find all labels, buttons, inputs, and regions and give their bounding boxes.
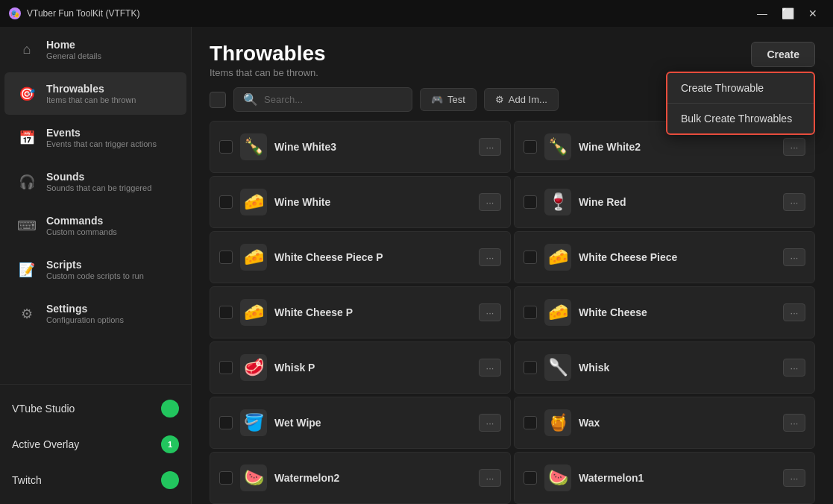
item-checkbox-watermelon1-r[interactable] bbox=[524, 471, 537, 485]
item-checkbox-wine-white-l[interactable] bbox=[219, 195, 233, 209]
item-checkbox-wine-red-r[interactable] bbox=[524, 195, 537, 209]
sidebar-icon-sounds: 🎧 bbox=[16, 171, 37, 192]
item-checkbox-wine-white2-r[interactable] bbox=[524, 140, 537, 154]
sidebar-icon-home: ⌂ bbox=[16, 40, 37, 60]
item-row-wine-white-l[interactable]: 🧀 Wine White ··· bbox=[210, 176, 511, 228]
sidebar-subtitle-events: Events that can trigger actions bbox=[46, 139, 157, 148]
item-row-white-cheese-p-l[interactable]: 🧀 White Cheese P ··· bbox=[210, 286, 511, 338]
sidebar-subtitle-sounds: Sounds that can be triggered bbox=[46, 183, 151, 192]
item-row-wet-wipe-l[interactable]: 🪣 Wet Wipe ··· bbox=[210, 397, 511, 449]
sidebar-title-sounds: Sounds bbox=[46, 171, 151, 183]
window-controls[interactable]: — ⬜ ✕ bbox=[751, 5, 824, 22]
test-label: Test bbox=[447, 94, 465, 105]
sidebar: ⌂ Home General details 🎯 Throwables Item… bbox=[0, 27, 192, 504]
create-button[interactable]: Create bbox=[751, 42, 815, 67]
sidebar-item-vtube-studio[interactable]: VTube Studio bbox=[0, 391, 191, 426]
item-name-wax-r: Wax bbox=[579, 417, 776, 429]
bulk-create-option[interactable]: Bulk Create Throwables bbox=[667, 103, 814, 133]
titlebar: 🎭 VTuber Fun ToolKit (VTFTK) — ⬜ ✕ bbox=[0, 0, 833, 27]
sidebar-title-commands: Commands bbox=[46, 215, 117, 227]
sidebar-title-throwables: Throwables bbox=[46, 83, 136, 95]
item-more-whisk-r[interactable]: ··· bbox=[783, 359, 805, 377]
close-button[interactable]: ✕ bbox=[802, 5, 824, 22]
app-title: VTuber Fun ToolKit (VTFTK) bbox=[27, 8, 751, 19]
sidebar-item-home[interactable]: ⌂ Home General details bbox=[4, 28, 186, 71]
sidebar-item-events[interactable]: 📅 Events Events that can trigger actions bbox=[4, 116, 186, 159]
item-row-white-cheese-piece-p-l[interactable]: 🧀 White Cheese Piece P ··· bbox=[210, 231, 511, 283]
item-name-whisk-r: Whisk bbox=[579, 362, 776, 374]
item-row-wine-white3-l[interactable]: 🍾 Wine White3 ··· bbox=[210, 121, 511, 173]
sidebar-text-home: Home General details bbox=[46, 39, 101, 60]
minimize-button[interactable]: — bbox=[751, 5, 773, 22]
item-icon-wine-white-l: 🧀 bbox=[240, 189, 267, 215]
sidebar-title-scripts: Scripts bbox=[46, 259, 144, 271]
vtube-studio-label: VTube Studio bbox=[12, 403, 161, 415]
item-more-wine-white3-l[interactable]: ··· bbox=[479, 138, 501, 156]
item-name-wine-white2-r: Wine White2 bbox=[579, 141, 776, 153]
sidebar-subtitle-commands: Custom commands bbox=[46, 227, 117, 236]
sidebar-item-twitch[interactable]: Twitch bbox=[0, 462, 191, 498]
item-more-wine-red-r[interactable]: ··· bbox=[783, 193, 805, 211]
app-icon: 🎭 bbox=[9, 7, 21, 19]
item-more-watermelon1-r[interactable]: ··· bbox=[783, 469, 805, 487]
sidebar-text-scripts: Scripts Custom code scripts to run bbox=[46, 259, 144, 280]
item-name-white-cheese-piece-p-l: White Cheese Piece P bbox=[274, 251, 471, 263]
item-checkbox-wine-white3-l[interactable] bbox=[219, 140, 233, 154]
sidebar-text-settings: Settings Configuration options bbox=[46, 303, 124, 324]
item-checkbox-whisk-r[interactable] bbox=[524, 361, 537, 374]
sidebar-text-throwables: Throwables Items that can be thrown bbox=[46, 83, 136, 104]
item-more-white-cheese-p-l[interactable]: ··· bbox=[479, 303, 501, 321]
sidebar-item-settings[interactable]: ⚙ Settings Configuration options bbox=[4, 292, 186, 335]
item-row-wax-r[interactable]: 🍯 Wax ··· bbox=[514, 397, 815, 449]
item-more-wax-r[interactable]: ··· bbox=[783, 414, 805, 432]
select-all-checkbox[interactable] bbox=[210, 92, 226, 108]
sidebar-text-events: Events Events that can trigger actions bbox=[46, 127, 157, 148]
item-row-white-cheese-r[interactable]: 🧀 White Cheese ··· bbox=[514, 286, 815, 338]
item-icon-white-cheese-piece-r: 🧀 bbox=[544, 244, 571, 271]
item-checkbox-white-cheese-r[interactable] bbox=[524, 306, 537, 319]
item-icon-whisk-p-l: 🥩 bbox=[240, 354, 267, 381]
item-checkbox-wet-wipe-l[interactable] bbox=[219, 416, 233, 429]
item-icon-wet-wipe-l: 🪣 bbox=[240, 409, 267, 436]
test-button[interactable]: 🎮 Test bbox=[420, 88, 477, 111]
item-row-whisk-r[interactable]: 🥄 Whisk ··· bbox=[514, 341, 815, 394]
item-checkbox-white-cheese-piece-p-l[interactable] bbox=[219, 251, 233, 264]
item-more-wet-wipe-l[interactable]: ··· bbox=[479, 414, 501, 432]
item-more-watermelon2-l[interactable]: ··· bbox=[479, 469, 501, 487]
item-checkbox-watermelon2-l[interactable] bbox=[219, 471, 233, 485]
search-input[interactable] bbox=[264, 94, 403, 105]
item-name-white-cheese-piece-r: White Cheese Piece bbox=[579, 251, 776, 263]
item-more-wine-white2-r[interactable]: ··· bbox=[783, 138, 805, 156]
item-more-white-cheese-piece-r[interactable]: ··· bbox=[783, 248, 805, 266]
item-more-white-cheese-piece-p-l[interactable]: ··· bbox=[479, 248, 501, 266]
item-more-whisk-p-l[interactable]: ··· bbox=[479, 359, 501, 377]
sidebar-bottom: VTube Studio Active Overlay 1 Twitch bbox=[0, 384, 191, 504]
item-checkbox-white-cheese-p-l[interactable] bbox=[219, 306, 233, 319]
sidebar-item-scripts[interactable]: 📝 Scripts Custom code scripts to run bbox=[4, 248, 186, 291]
sidebar-icon-throwables: 🎯 bbox=[16, 84, 37, 104]
sidebar-item-throwables[interactable]: 🎯 Throwables Items that can be thrown bbox=[4, 72, 186, 115]
maximize-button[interactable]: ⬜ bbox=[776, 5, 799, 22]
item-row-wine-red-r[interactable]: 🍷 Wine Red ··· bbox=[514, 176, 815, 228]
sidebar-icon-settings: ⚙ bbox=[16, 303, 37, 324]
item-row-white-cheese-piece-r[interactable]: 🧀 White Cheese Piece ··· bbox=[514, 231, 815, 283]
item-icon-wine-red-r: 🍷 bbox=[544, 189, 571, 215]
sidebar-item-active-overlay[interactable]: Active Overlay 1 bbox=[0, 426, 191, 462]
sidebar-subtitle-throwables: Items that can be thrown bbox=[46, 95, 136, 104]
search-box[interactable]: 🔍 bbox=[233, 87, 412, 112]
item-row-whisk-p-l[interactable]: 🥩 Whisk P ··· bbox=[210, 341, 511, 394]
item-more-wine-white-l[interactable]: ··· bbox=[479, 193, 501, 211]
create-throwable-option[interactable]: Create Throwable bbox=[667, 73, 814, 103]
item-icon-wine-white3-l: 🍾 bbox=[240, 133, 267, 160]
item-row-watermelon1-r[interactable]: 🍉 Watermelon1 ··· bbox=[514, 452, 815, 504]
sidebar-item-sounds[interactable]: 🎧 Sounds Sounds that can be triggered bbox=[4, 160, 186, 203]
sidebar-subtitle-scripts: Custom code scripts to run bbox=[46, 271, 144, 280]
add-import-button[interactable]: ⚙ Add Im... bbox=[484, 88, 559, 111]
item-row-watermelon2-l[interactable]: 🍉 Watermelon2 ··· bbox=[210, 452, 511, 504]
item-checkbox-wax-r[interactable] bbox=[524, 416, 537, 429]
item-checkbox-white-cheese-piece-r[interactable] bbox=[524, 251, 537, 264]
item-icon-watermelon1-r: 🍉 bbox=[544, 464, 571, 491]
sidebar-item-commands[interactable]: ⌨ Commands Custom commands bbox=[4, 204, 186, 247]
item-more-white-cheese-r[interactable]: ··· bbox=[783, 303, 805, 321]
item-checkbox-whisk-p-l[interactable] bbox=[219, 361, 233, 374]
